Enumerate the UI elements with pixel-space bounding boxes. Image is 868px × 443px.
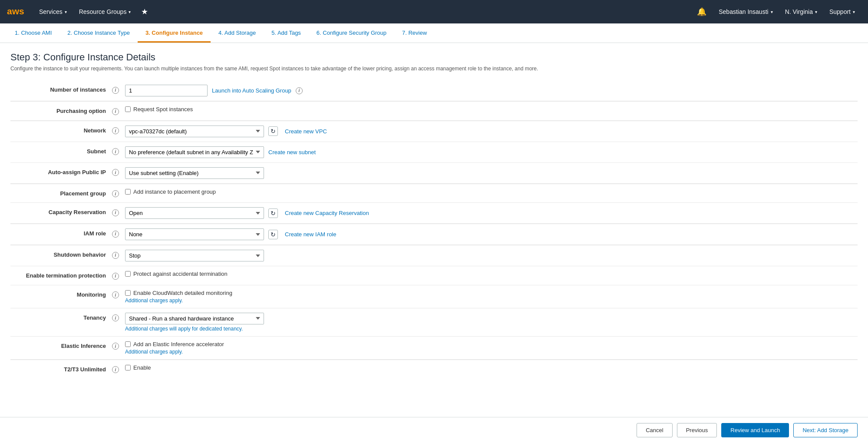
number-of-instances-row: Number of instances i Launch into Auto S… bbox=[10, 80, 858, 101]
capacity-refresh-icon[interactable]: ↻ bbox=[268, 208, 278, 218]
t2t3-row: T2/T3 Unlimited i Enable bbox=[10, 360, 858, 378]
number-of-instances-label: Number of instances bbox=[10, 80, 110, 101]
monitoring-label: Monitoring bbox=[10, 285, 110, 308]
configure-form: Number of instances i Launch into Auto S… bbox=[10, 80, 858, 378]
user-label: Sebastian Insausti bbox=[719, 8, 768, 15]
info-icon-network[interactable]: i bbox=[112, 127, 119, 134]
user-nav[interactable]: Sebastian Insausti ▾ bbox=[713, 0, 779, 23]
info-icon-auto-scaling[interactable]: i bbox=[296, 87, 303, 94]
shutdown-behavior-row: Shutdown behavior i Stop Terminate bbox=[10, 245, 858, 266]
capacity-reservation-row: Capacity Reservation i Open ↻ Create new… bbox=[10, 203, 858, 224]
page-title: Step 3: Configure Instance Details bbox=[10, 52, 858, 63]
purchasing-option-row: Purchasing option i Request Spot instanc… bbox=[10, 102, 858, 121]
request-spot-checkbox[interactable] bbox=[125, 106, 131, 112]
region-nav[interactable]: N. Virginia ▾ bbox=[779, 0, 823, 23]
bookmarks-nav[interactable]: ★ bbox=[137, 0, 152, 23]
svg-text:aws: aws bbox=[7, 6, 24, 16]
info-icon-elastic[interactable]: i bbox=[112, 343, 119, 350]
termination-protection-label: Enable termination protection bbox=[10, 266, 110, 285]
info-icon-tenancy[interactable]: i bbox=[112, 314, 119, 321]
info-icon-capacity[interactable]: i bbox=[112, 209, 119, 216]
info-icon-auto-assign[interactable]: i bbox=[112, 169, 119, 176]
launch-auto-scaling-link[interactable]: Launch into Auto Scaling Group bbox=[212, 87, 291, 94]
create-vpc-link[interactable]: Create new VPC bbox=[285, 128, 327, 135]
t2t3-enable-label[interactable]: Enable bbox=[125, 364, 853, 371]
cloudwatch-label[interactable]: Enable CloudWatch detailed monitoring bbox=[125, 290, 853, 296]
info-icon-purchasing[interactable]: i bbox=[112, 108, 119, 115]
termination-protection-row: Enable termination protection i Protect … bbox=[10, 266, 858, 285]
wizard-tabs: 1. Choose AMI 2. Choose Instance Type 3.… bbox=[0, 23, 868, 43]
resource-groups-nav[interactable]: Resource Groups ▾ bbox=[73, 0, 137, 23]
iam-role-row: IAM role i None ↻ Create new IAM role bbox=[10, 224, 858, 245]
elastic-inference-checkbox[interactable] bbox=[125, 341, 131, 347]
cloudwatch-checkbox[interactable] bbox=[125, 290, 131, 296]
support-nav[interactable]: Support ▾ bbox=[823, 0, 861, 23]
add-placement-label[interactable]: Add instance to placement group bbox=[125, 188, 853, 195]
tab-choose-ami[interactable]: 1. Choose AMI bbox=[7, 23, 59, 43]
info-icon-subnet[interactable]: i bbox=[112, 148, 119, 155]
tab-add-storage[interactable]: 4. Add Storage bbox=[211, 23, 264, 43]
protect-termination-checkbox[interactable] bbox=[125, 271, 131, 277]
t2t3-checkbox[interactable] bbox=[125, 365, 131, 370]
capacity-reservation-select[interactable]: Open bbox=[125, 207, 264, 219]
info-icon-shutdown[interactable]: i bbox=[112, 252, 119, 259]
placement-group-label: Placement group bbox=[10, 184, 110, 203]
create-capacity-link[interactable]: Create new Capacity Reservation bbox=[285, 210, 369, 216]
aws-logo[interactable]: aws bbox=[7, 6, 25, 18]
info-icon-t2t3[interactable]: i bbox=[112, 366, 119, 373]
protect-termination-label[interactable]: Protect against accidental termination bbox=[125, 271, 853, 277]
iam-role-select[interactable]: None bbox=[125, 228, 264, 240]
info-icon-monitoring[interactable]: i bbox=[112, 291, 119, 298]
region-label: N. Virginia bbox=[785, 8, 813, 15]
subnet-select[interactable]: No preference (default subnet in any Ava… bbox=[125, 146, 264, 158]
create-subnet-link[interactable]: Create new subnet bbox=[268, 149, 316, 155]
auto-assign-ip-row: Auto-assign Public IP i Use subnet setti… bbox=[10, 162, 858, 183]
number-of-instances-info: i bbox=[110, 80, 122, 101]
number-of-instances-input-cell: Launch into Auto Scaling Group i bbox=[122, 80, 858, 101]
resource-groups-label: Resource Groups bbox=[79, 8, 127, 15]
elastic-inference-charges-link[interactable]: Additional charges apply. bbox=[125, 349, 853, 355]
tenancy-select[interactable]: Shared - Run a shared hardware instance … bbox=[125, 313, 264, 324]
placement-group-checkbox[interactable] bbox=[125, 189, 131, 195]
monitoring-charges-link[interactable]: Additional charges apply. bbox=[125, 298, 853, 304]
tab-review[interactable]: 7. Review bbox=[394, 23, 435, 43]
auto-assign-ip-select[interactable]: Use subnet setting (Enable) bbox=[125, 167, 264, 179]
tenancy-label: Tenancy bbox=[10, 308, 110, 336]
shutdown-behavior-select[interactable]: Stop Terminate bbox=[125, 250, 264, 261]
info-icon-placement[interactable]: i bbox=[112, 190, 119, 197]
user-chevron: ▾ bbox=[771, 10, 773, 14]
auto-assign-ip-label: Auto-assign Public IP bbox=[10, 162, 110, 183]
create-iam-link[interactable]: Create new IAM role bbox=[285, 231, 337, 238]
info-icon-termination[interactable]: i bbox=[112, 273, 119, 280]
elastic-inference-row: Elastic Inference i Add an Elastic Infer… bbox=[10, 336, 858, 359]
network-label: Network bbox=[10, 121, 110, 142]
network-refresh-icon[interactable]: ↻ bbox=[268, 126, 278, 136]
info-icon-iam[interactable]: i bbox=[112, 231, 119, 238]
support-chevron: ▾ bbox=[853, 10, 855, 14]
services-nav[interactable]: Services ▾ bbox=[33, 0, 73, 23]
network-row: Network i vpc-a70327dc (default) ↻ Creat… bbox=[10, 121, 858, 142]
region-chevron: ▾ bbox=[815, 10, 817, 14]
main-content: Step 3: Configure Instance Details Confi… bbox=[0, 43, 868, 415]
capacity-reservation-label: Capacity Reservation bbox=[10, 203, 110, 224]
iam-refresh-icon[interactable]: ↻ bbox=[268, 230, 278, 239]
top-nav: aws Services ▾ Resource Groups ▾ ★ 🔔 Seb… bbox=[0, 0, 868, 23]
network-select[interactable]: vpc-a70327dc (default) bbox=[125, 126, 264, 137]
tab-configure-security-group[interactable]: 6. Configure Security Group bbox=[309, 23, 394, 43]
tab-add-tags[interactable]: 5. Add Tags bbox=[264, 23, 309, 43]
elastic-inference-add-label[interactable]: Add an Elastic Inference accelerator bbox=[125, 341, 853, 347]
info-icon-instances[interactable]: i bbox=[112, 87, 119, 94]
iam-role-label: IAM role bbox=[10, 224, 110, 245]
number-of-instances-input[interactable] bbox=[125, 85, 208, 96]
request-spot-label[interactable]: Request Spot instances bbox=[125, 106, 853, 112]
tab-choose-instance-type[interactable]: 2. Choose Instance Type bbox=[59, 23, 138, 43]
nav-right: 🔔 Sebastian Insausti ▾ N. Virginia ▾ Sup… bbox=[691, 0, 861, 23]
services-chevron: ▾ bbox=[65, 10, 67, 14]
page-description: Configure the instance to suit your requ… bbox=[10, 66, 858, 72]
purchasing-option-label: Purchasing option bbox=[10, 102, 110, 121]
tenancy-charges-link[interactable]: Additional charges will apply for dedica… bbox=[125, 326, 853, 332]
elastic-inference-label: Elastic Inference bbox=[10, 336, 110, 359]
subnet-row: Subnet i No preference (default subnet i… bbox=[10, 142, 858, 162]
notifications-bell[interactable]: 🔔 bbox=[691, 0, 713, 23]
tab-configure-instance[interactable]: 3. Configure Instance bbox=[138, 23, 211, 43]
